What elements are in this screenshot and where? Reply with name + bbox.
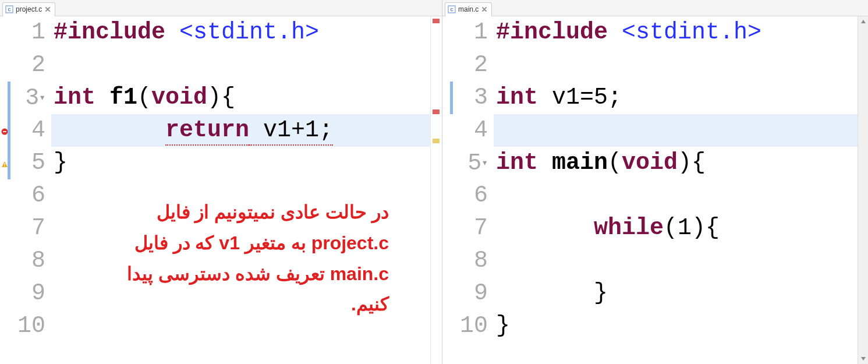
tab-bar: c main.c xyxy=(442,0,868,16)
overview-warn-mark[interactable] xyxy=(433,139,440,143)
fold-toggle-icon[interactable]: ▾ xyxy=(481,157,488,169)
code-line[interactable]: } xyxy=(494,310,858,342)
scroll-up-icon[interactable] xyxy=(858,16,868,27)
svg-rect-8 xyxy=(4,165,5,166)
scrollbar-track[interactable] xyxy=(858,27,868,354)
code-line-highlighted[interactable]: return v1+1; xyxy=(51,114,430,147)
svg-text:c: c xyxy=(451,6,454,12)
code-line[interactable]: #include <stdint.h> xyxy=(51,16,430,49)
code-line[interactable]: } xyxy=(51,147,430,179)
fold-toggle-icon[interactable]: ▾ xyxy=(39,92,45,104)
line-number: 6 xyxy=(453,179,488,212)
tab-label: main.c xyxy=(458,5,479,13)
c-file-icon: c xyxy=(5,5,13,13)
code-line[interactable] xyxy=(494,245,858,277)
line-number: 4 xyxy=(10,114,45,147)
line-number: 7 xyxy=(10,212,45,245)
line-number: 5▾ xyxy=(453,147,488,179)
change-bar xyxy=(8,82,10,114)
line-number: 7 xyxy=(453,212,488,245)
code-line[interactable]: int v1=5; xyxy=(494,82,858,114)
line-number: 6 xyxy=(10,179,45,212)
line-number: 10 xyxy=(453,310,488,342)
line-number-gutter: 1 2 3 4 5▾ 6 7 8 9 10 xyxy=(453,16,494,364)
svg-text:c: c xyxy=(8,6,11,12)
code-line[interactable]: } xyxy=(494,277,858,310)
line-number: 10 xyxy=(10,310,45,342)
svg-marker-13 xyxy=(861,20,866,23)
code-editor[interactable]: 1 2 3▾ 4 5 6 7 8 9 10 #include <stdint.h… xyxy=(0,16,442,364)
code-line-highlighted[interactable] xyxy=(494,114,858,147)
annotation-text: در حالت عادی نمیتونیم از فایل project.c … xyxy=(86,197,389,320)
line-number: 3 xyxy=(453,82,488,114)
line-number: 8 xyxy=(10,245,45,277)
line-number: 8 xyxy=(453,245,488,277)
scroll-down-icon[interactable] xyxy=(858,354,868,364)
line-number: 1 xyxy=(453,16,488,49)
code-area[interactable]: #include <stdint.h> int f1(void){ return… xyxy=(51,16,430,364)
code-line[interactable]: int main(void){ xyxy=(494,147,858,179)
tab-project-c[interactable]: c project.c xyxy=(2,2,55,16)
code-area[interactable]: #include <stdint.h> int v1=5; int main(v… xyxy=(494,16,858,364)
overview-ruler[interactable] xyxy=(430,16,442,364)
tab-bar: c project.c xyxy=(0,0,442,16)
svg-rect-7 xyxy=(4,163,5,165)
line-number: 2 xyxy=(10,49,45,82)
tab-main-c[interactable]: c main.c xyxy=(445,2,492,16)
c-file-icon: c xyxy=(448,5,456,13)
code-line[interactable] xyxy=(494,49,858,82)
line-number: 5 xyxy=(10,147,45,179)
line-number: 9 xyxy=(453,277,488,310)
code-editor[interactable]: 1 2 3 4 5▾ 6 7 8 9 10 #include <stdint.h… xyxy=(442,16,868,364)
change-bar xyxy=(8,147,10,179)
change-bar xyxy=(8,114,10,147)
code-line[interactable]: #include <stdint.h> xyxy=(494,16,858,49)
marker-ruler xyxy=(442,16,453,364)
editor-pane-right: c main.c 1 2 3 4 5▾ 6 7 8 9 10 #includ xyxy=(442,0,868,364)
overview-error-mark[interactable] xyxy=(433,109,440,114)
line-number: 4 xyxy=(453,114,488,147)
code-line[interactable]: while(1){ xyxy=(494,212,858,245)
vertical-scrollbar[interactable] xyxy=(858,16,868,364)
svg-marker-14 xyxy=(861,357,866,361)
line-number: 2 xyxy=(453,49,488,82)
overview-error-mark[interactable] xyxy=(433,19,440,23)
code-line[interactable] xyxy=(51,49,430,82)
code-line[interactable]: int f1(void){ xyxy=(51,82,430,114)
close-icon[interactable] xyxy=(44,6,51,13)
code-line[interactable] xyxy=(494,179,858,212)
change-bar xyxy=(450,82,453,114)
line-number: 3▾ xyxy=(10,82,45,114)
line-number-gutter: 1 2 3▾ 4 5 6 7 8 9 10 xyxy=(10,16,51,364)
editor-pane-left: c project.c 1 2 xyxy=(0,0,442,364)
tab-label: project.c xyxy=(16,5,42,13)
line-number: 1 xyxy=(10,16,45,49)
line-number: 9 xyxy=(10,277,45,310)
marker-ruler xyxy=(0,16,10,364)
close-icon[interactable] xyxy=(481,6,488,13)
svg-rect-5 xyxy=(3,131,6,132)
